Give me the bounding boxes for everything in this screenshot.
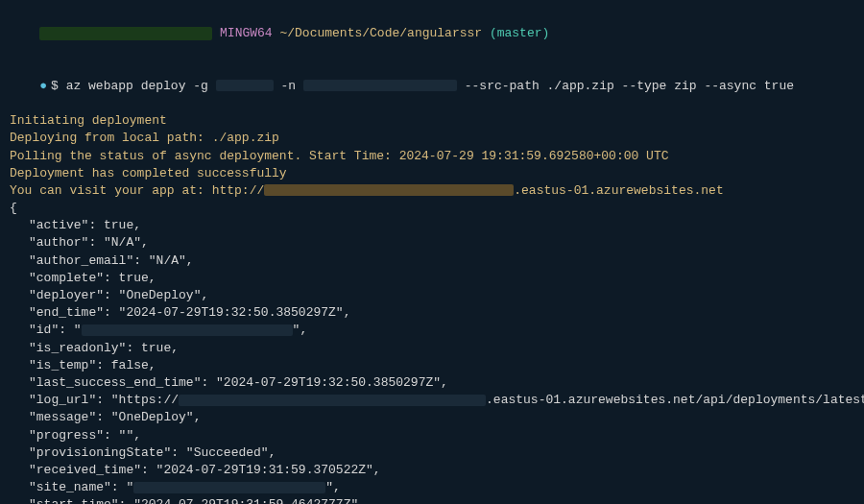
output-line: Initiating deployment [10,112,854,130]
json-field: "provisioningState": "Succeeded", [10,444,854,462]
json-open: { [10,200,854,217]
json-field: "author_email": "N/A", [10,252,854,270]
json-field: "active": true, [10,217,854,234]
output-line: Deployment has completed successfully [10,165,854,182]
json-field: "end_time": "2024-07-29T19:32:50.3850297… [10,304,854,322]
id-post: ", [293,323,308,337]
json-field-log-url: "log_url": "https://.eastus-01.azurewebs… [10,392,854,409]
redacted-appname [303,80,457,91]
prompt-dollar: $ [51,79,59,93]
visit-url-pre: You can visit your app at: http:// [10,183,264,198]
json-field: "author": "N/A", [10,234,854,252]
shell-name: MINGW64 [220,26,273,40]
json-field: "received_time": "2024-07-29T19:31:59.37… [10,462,854,479]
site-name-post: ", [325,480,341,494]
user-host-redacted [39,27,212,40]
site-name-pre: "site_name": " [29,480,133,494]
json-field: "progress": "", [10,427,854,444]
output-line: Deploying from local path: ./app.zip [10,130,854,147]
log-url-pre: "log_url": "https:// [29,393,179,407]
id-pre: "id": " [29,323,82,337]
json-field: "start_time": "2024-07-29T19:31:59.46427… [10,496,854,504]
redacted-id [82,324,293,336]
output-line-url: You can visit your app at: http://.eastu… [10,182,854,200]
json-field: "message": "OneDeploy", [10,409,854,426]
json-field: "is_readonly": true, [10,340,854,357]
json-field-id: "id": "", [10,322,854,339]
redacted-rg [216,80,274,91]
log-url-post: .eastus-01.azurewebsites.net/api/deploym… [486,393,864,407]
output-line: Polling the status of async deployment. … [10,148,854,165]
redacted-site-name [133,482,325,493]
command-line: ●$ az webapp deploy -g -n --src-path ./a… [10,60,854,113]
cmd-flag-n: -n [281,79,297,93]
cmd-part-2: --src-path ./app.zip --type zip --async … [465,79,794,93]
prompt-dot: ● [39,79,47,93]
visit-url-post: .eastus-01.azurewebsites.net [514,183,723,198]
git-branch: (master) [490,26,549,40]
prompt-line-1: MINGW64 ~/Documents/Code/angularssr (mas… [10,8,854,60]
terminal-output[interactable]: MINGW64 ~/Documents/Code/angularssr (mas… [10,8,854,504]
json-field: "deployer": "OneDeploy", [10,287,854,304]
cmd-part-1: az webapp deploy -g [66,79,208,93]
json-field: "last_success_end_time": "2024-07-29T19:… [10,374,854,392]
cwd-path: ~/Documents/Code/angularssr [279,26,482,40]
redacted-host [264,184,514,196]
json-field: "complete": true, [10,270,854,287]
json-field: "is_temp": false, [10,357,854,374]
redacted-log-host [179,395,486,406]
json-field-site-name: "site_name": "", [10,479,854,496]
